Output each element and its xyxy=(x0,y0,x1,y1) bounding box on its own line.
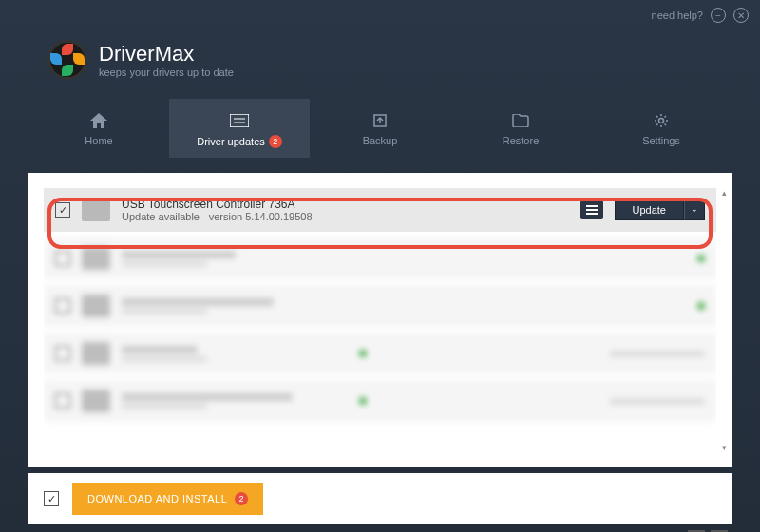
device-icon xyxy=(82,342,110,365)
home-icon xyxy=(89,112,108,129)
driver-status: Update available - version 5.14.00.19508 xyxy=(122,211,569,222)
gear-icon xyxy=(652,112,671,129)
scrollbar[interactable]: ▴ ▾ xyxy=(718,188,730,452)
download-badge: 2 xyxy=(235,492,248,505)
select-all-checkbox[interactable]: ✓ xyxy=(44,491,59,506)
device-icon xyxy=(82,390,110,412)
close-button[interactable]: ✕ xyxy=(733,8,749,23)
svg-rect-5 xyxy=(586,205,598,207)
nav-home[interactable]: Home xyxy=(28,99,169,158)
status-dot xyxy=(359,397,367,405)
nav-label: Home xyxy=(85,135,112,146)
nav-label: Backup xyxy=(363,135,398,146)
app-tagline: keeps your drivers up to date xyxy=(99,66,234,78)
main-nav: Home Driver updates 2 Backup Restore Set… xyxy=(0,99,760,158)
status-dot xyxy=(697,302,705,310)
download-install-button[interactable]: DOWNLOAD AND INSTALL 2 xyxy=(72,483,263,515)
driver-checkbox[interactable] xyxy=(55,393,70,408)
nav-backup[interactable]: Backup xyxy=(310,99,450,158)
footer: © 2017 DriverMax PRO version 9.17 f g⁺ xyxy=(0,524,760,532)
nav-label: Driver updates xyxy=(197,136,265,147)
update-button[interactable]: Update xyxy=(615,200,684,220)
nav-label: Settings xyxy=(642,135,680,146)
driver-row[interactable] xyxy=(44,380,716,422)
driver-row[interactable] xyxy=(44,238,716,279)
svg-point-4 xyxy=(659,119,664,124)
restore-icon xyxy=(511,112,530,129)
backup-icon xyxy=(370,112,390,129)
bottom-bar: ✓ DOWNLOAD AND INSTALL 2 xyxy=(28,473,732,524)
status-dot xyxy=(359,350,367,357)
need-help-link[interactable]: need help? xyxy=(652,10,703,21)
updates-icon xyxy=(230,112,249,129)
nav-label: Restore xyxy=(503,135,540,146)
updates-badge: 2 xyxy=(269,135,282,148)
titlebar: need help? − ✕ xyxy=(0,0,760,30)
scroll-down-icon[interactable]: ▾ xyxy=(718,443,730,452)
driver-row[interactable] xyxy=(44,285,716,327)
driver-checkbox[interactable] xyxy=(55,298,70,314)
svg-rect-6 xyxy=(586,209,598,211)
device-icon xyxy=(82,247,110,270)
device-icon xyxy=(82,199,110,221)
driver-row[interactable] xyxy=(44,332,716,374)
minimize-button[interactable]: − xyxy=(711,8,726,23)
scroll-up-icon[interactable]: ▴ xyxy=(718,188,730,198)
status-dot xyxy=(697,255,705,262)
app-header: DriverMax keeps your drivers up to date xyxy=(0,30,760,99)
svg-rect-7 xyxy=(586,213,598,215)
driver-name: USB Touchscreen Controller 736A xyxy=(122,198,569,211)
driver-checkbox[interactable]: ✓ xyxy=(55,202,70,218)
device-icon xyxy=(82,294,110,317)
nav-settings[interactable]: Settings xyxy=(591,99,732,158)
app-title: DriverMax xyxy=(99,42,234,66)
nav-restore[interactable]: Restore xyxy=(450,99,591,158)
details-button[interactable] xyxy=(580,200,603,219)
update-dropdown[interactable]: ⌄ xyxy=(684,200,705,220)
app-logo-icon xyxy=(48,40,87,80)
nav-driver-updates[interactable]: Driver updates 2 xyxy=(169,99,310,158)
driver-list-panel: ✓ USB Touchscreen Controller 736A Update… xyxy=(28,173,732,467)
driver-checkbox[interactable] xyxy=(55,346,70,361)
driver-row-highlighted[interactable]: ✓ USB Touchscreen Controller 736A Update… xyxy=(44,188,716,232)
driver-checkbox[interactable] xyxy=(55,251,70,266)
svg-rect-0 xyxy=(230,114,249,127)
